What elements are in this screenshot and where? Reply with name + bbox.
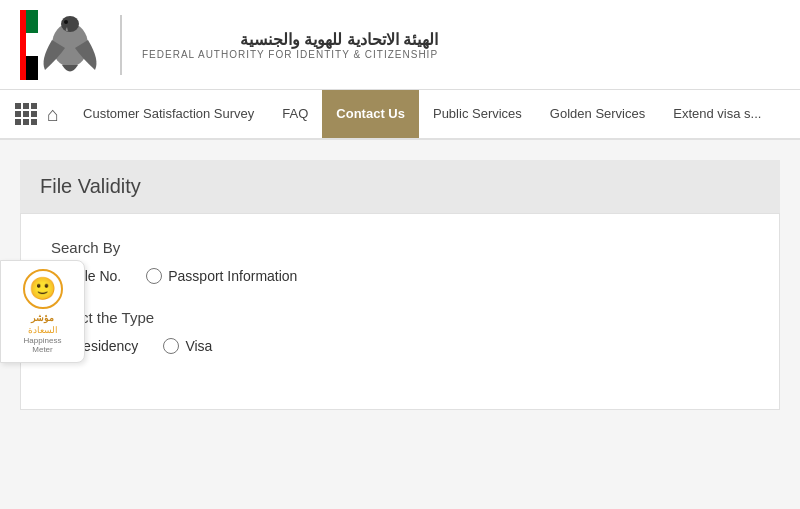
search-passport-text: Passport Information xyxy=(168,268,297,284)
happiness-arabic-line1: مؤشر xyxy=(31,313,54,325)
logo-image xyxy=(20,10,100,80)
search-passport-radio[interactable] xyxy=(146,268,162,284)
logo-english-text: FEDERAL AUTHORITY FOR IDENTITY & CITIZEN… xyxy=(142,49,438,60)
happiness-arabic-line2: السعادة xyxy=(28,325,58,337)
header: الهيئة الاتحادية للهوية والجنسية FEDERAL… xyxy=(0,0,800,90)
nav-item-customer-satisfaction[interactable]: Customer Satisfaction Survey xyxy=(69,90,268,138)
search-by-radio-group: File No. Passport Information xyxy=(51,268,749,284)
type-radio-group: Residency Visa xyxy=(51,338,749,354)
search-by-label: Search By xyxy=(51,239,749,256)
happiness-smiley-icon: 🙂 xyxy=(23,269,63,309)
home-icon[interactable]: ⌂ xyxy=(47,103,59,126)
logo-divider xyxy=(120,15,122,75)
nav-item-faq[interactable]: FAQ xyxy=(268,90,322,138)
search-by-section: Search By File No. Passport Information xyxy=(51,239,749,284)
logo-arabic-text: الهيئة الاتحادية للهوية والجنسية xyxy=(142,30,438,49)
type-visa-radio[interactable] xyxy=(163,338,179,354)
nav-items: Customer Satisfaction Survey FAQ Contact… xyxy=(69,90,775,138)
page-content: File Validity Search By File No. Passpor… xyxy=(0,140,800,430)
svg-point-6 xyxy=(64,20,68,24)
select-type-label: Select the Type xyxy=(51,309,749,326)
happiness-meter-label: Meter xyxy=(32,345,52,354)
happiness-meter[interactable]: 🙂 مؤشر السعادة Happiness Meter xyxy=(0,260,85,363)
select-type-section: Select the Type Residency Visa xyxy=(51,309,749,354)
type-visa-label[interactable]: Visa xyxy=(163,338,212,354)
file-validity-header: File Validity xyxy=(20,160,780,213)
svg-point-5 xyxy=(61,16,79,32)
navigation: ⌂ Customer Satisfaction Survey FAQ Conta… xyxy=(0,90,800,140)
nav-item-contact-us[interactable]: Contact Us xyxy=(322,90,419,138)
page-title: File Validity xyxy=(40,175,760,198)
svg-rect-3 xyxy=(20,10,26,80)
form-card: Search By File No. Passport Information … xyxy=(20,213,780,410)
nav-item-extend-visa[interactable]: Extend visa s... xyxy=(659,90,775,138)
search-passport-label[interactable]: Passport Information xyxy=(146,268,297,284)
logo-container: الهيئة الاتحادية للهوية والجنسية FEDERAL… xyxy=(20,10,438,80)
logo-text: الهيئة الاتحادية للهوية والجنسية FEDERAL… xyxy=(142,30,438,60)
grid-menu-icon[interactable] xyxy=(15,103,37,125)
nav-item-public-services[interactable]: Public Services xyxy=(419,90,536,138)
type-visa-text: Visa xyxy=(185,338,212,354)
nav-item-golden-services[interactable]: Golden Services xyxy=(536,90,659,138)
happiness-english-text: Happiness xyxy=(24,336,62,345)
